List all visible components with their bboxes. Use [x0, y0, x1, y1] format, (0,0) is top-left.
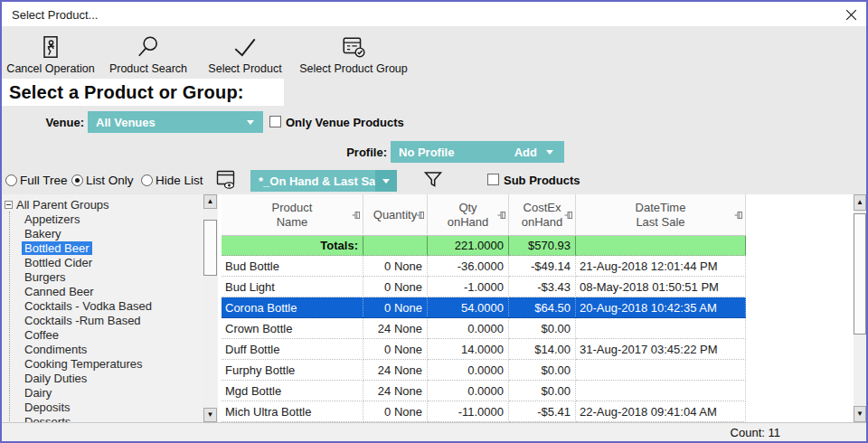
table-cell[interactable]: [576, 381, 746, 401]
tree-item[interactable]: Bakery: [22, 226, 218, 240]
scroll-up-icon[interactable]: ▲: [203, 194, 217, 209]
table-cell[interactable]: Furphy Bottle: [222, 360, 363, 381]
table-cell[interactable]: 0 None: [363, 339, 428, 360]
table-cell[interactable]: -1.0000: [428, 277, 509, 297]
select-product-button[interactable]: Select Product: [203, 30, 288, 80]
table-cell[interactable]: 0 None: [363, 277, 428, 297]
table-cell[interactable]: 22-Aug-2018 09:41:04 AM: [576, 401, 746, 422]
table-cell[interactable]: 0.0000: [428, 381, 509, 401]
close-button[interactable]: [844, 7, 858, 22]
column-pin-icon[interactable]: [734, 211, 743, 220]
table-cell[interactable]: 24 None: [363, 318, 428, 339]
column-header-datetime-lastsale[interactable]: DateTimeLast Sale: [576, 194, 746, 236]
scrollbar-thumb[interactable]: [203, 220, 217, 276]
cancel-operation-button[interactable]: Cancel Operation: [7, 30, 94, 80]
tree-item[interactable]: Appetizers: [22, 212, 218, 226]
radio-full-tree[interactable]: Full Tree: [5, 174, 68, 187]
tree-item[interactable]: Desserts: [22, 414, 218, 422]
table-cell[interactable]: [576, 360, 746, 381]
table-row[interactable]: Bud Light0 None-1.0000-$3.4308-May-2018 …: [222, 277, 854, 297]
tree-item[interactable]: Daily Duties: [22, 371, 218, 385]
table-cell[interactable]: Mgd Bottle: [222, 381, 363, 401]
table-cell[interactable]: -36.0000: [428, 256, 509, 277]
collapse-icon[interactable]: [5, 201, 13, 209]
table-row[interactable]: Bud Bottle0 None-36.0000-$49.1421-Aug-20…: [222, 256, 854, 277]
tree-item[interactable]: Canned Beer: [22, 284, 218, 298]
select-product-group-button[interactable]: Select Product Group: [300, 30, 407, 80]
scroll-down-icon[interactable]: ▼: [854, 406, 866, 422]
table-cell[interactable]: $0.00: [509, 381, 576, 401]
table-cell[interactable]: -11.0000: [428, 401, 509, 422]
table-cell[interactable]: 08-May-2018 01:50:51 PM: [576, 277, 746, 297]
tree-item[interactable]: Burgers: [22, 269, 218, 284]
table-cell[interactable]: 0.0000: [428, 360, 509, 381]
tree-item[interactable]: Bottled Cider: [22, 255, 218, 269]
tree-item[interactable]: Cocktails - Vodka Based: [22, 298, 218, 313]
view-preset-select[interactable]: *_On Hand & Last Sa: [250, 170, 397, 192]
table-cell[interactable]: 24 None: [363, 381, 428, 401]
table-cell[interactable]: 24 None: [363, 360, 428, 381]
table-cell[interactable]: $0.00: [509, 360, 576, 381]
tree-item[interactable]: Bottled Beer: [22, 240, 218, 255]
radio-hide-list[interactable]: Hide List: [141, 174, 203, 187]
column-pin-icon[interactable]: [352, 211, 361, 220]
table-cell[interactable]: Corona Bottle: [222, 297, 363, 318]
table-cell[interactable]: 0.0000: [428, 318, 509, 339]
table-cell[interactable]: 31-Aug-2017 03:45:22 PM: [576, 339, 746, 360]
radio-dot[interactable]: [71, 174, 83, 186]
column-pin-icon[interactable]: [564, 211, 573, 220]
scroll-down-icon[interactable]: ▼: [203, 408, 217, 422]
table-cell[interactable]: 20-Aug-2018 10:42:35 AM: [576, 297, 746, 318]
table-cell[interactable]: 0 None: [363, 401, 428, 422]
table-cell[interactable]: Bud Bottle: [222, 256, 363, 277]
table-cell[interactable]: [576, 318, 746, 339]
tree-item[interactable]: Deposits: [22, 400, 218, 414]
column-header-qty-onhand[interactable]: QtyonHand: [428, 194, 509, 236]
tree-item[interactable]: Cocktails -Rum Based: [22, 313, 218, 327]
table-cell[interactable]: Crown Bottle: [222, 318, 363, 339]
tree-item[interactable]: Coffee: [22, 327, 218, 342]
table-row[interactable]: Crown Bottle24 None0.0000$0.00: [222, 318, 854, 339]
venue-select[interactable]: All Venues: [88, 111, 263, 133]
table-cell[interactable]: 0 None: [363, 256, 428, 277]
sub-products-checkbox[interactable]: [487, 174, 499, 185]
column-pin-icon[interactable]: [497, 211, 506, 220]
filter-button[interactable]: [421, 168, 445, 192]
table-cell[interactable]: 14.0000: [428, 339, 509, 360]
column-chooser-button[interactable]: [214, 168, 238, 192]
table-row[interactable]: Furphy Bottle24 None0.0000$0.00: [222, 360, 854, 381]
table-cell[interactable]: Mich Ultra Bottle: [222, 401, 363, 422]
scrollbar-thumb[interactable]: [854, 213, 866, 335]
radio-dot[interactable]: [141, 174, 153, 186]
table-cell[interactable]: Bud Light: [222, 277, 363, 297]
table-cell[interactable]: $0.00: [509, 318, 576, 339]
table-cell[interactable]: Duff Bottle: [222, 339, 363, 360]
table-cell[interactable]: -$49.14: [509, 256, 576, 277]
column-header-costex-onhand[interactable]: CostExonHand: [509, 194, 576, 236]
column-pin-icon[interactable]: [416, 211, 425, 220]
column-header-quantity[interactable]: Quantity: [363, 194, 428, 236]
table-row[interactable]: Mich Ultra Bottle0 None-11.0000-$5.4122-…: [222, 401, 854, 422]
table-cell[interactable]: 0 None: [363, 297, 428, 318]
tree-item[interactable]: Dairy: [22, 385, 218, 400]
table-cell[interactable]: $14.00: [509, 339, 576, 360]
column-header-product-name[interactable]: ProductName: [222, 194, 363, 236]
table-cell[interactable]: $64.50: [509, 297, 576, 318]
product-search-button[interactable]: Product Search: [107, 30, 190, 80]
scroll-up-icon[interactable]: ▲: [854, 194, 866, 211]
tree-root[interactable]: All Parent Groups: [5, 197, 218, 212]
only-venue-products-checkbox[interactable]: [269, 116, 281, 127]
tree-scrollbar[interactable]: ▲ ▼: [203, 194, 217, 422]
tree-item[interactable]: Condiments: [22, 342, 218, 356]
table-row[interactable]: Duff Bottle0 None14.0000$14.0031-Aug-201…: [222, 339, 854, 360]
radio-list-only[interactable]: List Only: [71, 174, 134, 187]
table-cell[interactable]: 54.0000: [428, 297, 509, 318]
tree-item[interactable]: Cooking Temperatures: [22, 356, 218, 371]
table-cell[interactable]: 21-Aug-2018 12:01:44 PM: [576, 256, 746, 277]
grid-scrollbar[interactable]: ▲ ▼: [854, 194, 866, 422]
table-row[interactable]: Mgd Bottle24 None0.0000$0.00: [222, 381, 854, 401]
radio-dot[interactable]: [5, 174, 17, 186]
table-row[interactable]: Corona Bottle0 None54.0000$64.5020-Aug-2…: [222, 297, 854, 318]
profile-add-button[interactable]: Add: [514, 146, 537, 159]
table-cell[interactable]: -$5.41: [509, 401, 576, 422]
